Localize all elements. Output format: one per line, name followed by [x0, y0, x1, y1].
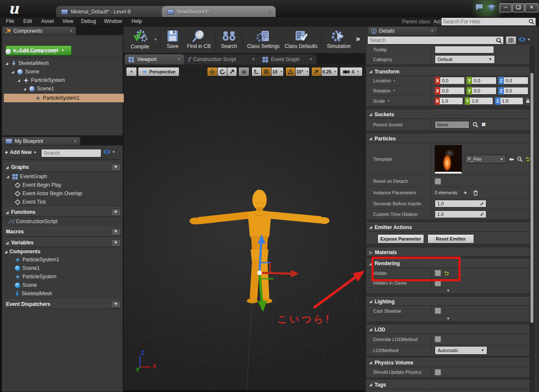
var-particlesystem1[interactable]: ParticleSystem1	[15, 255, 117, 264]
help-search-input[interactable]	[441, 19, 528, 25]
var-scene[interactable]: Scene	[15, 281, 117, 289]
scale-z-field[interactable]: 1.0	[500, 97, 524, 105]
clear-socket-icon[interactable]: ✖	[481, 121, 486, 128]
blueprint-tab[interactable]: NewBlueprint* ×	[162, 6, 276, 17]
tab-viewport[interactable]: Viewport ×	[125, 54, 184, 64]
variables-components-group[interactable]: ◢Components	[5, 247, 117, 256]
details-grid-view-button[interactable]	[505, 36, 517, 45]
my-blueprint-panel-tab[interactable]: My Blueprint ×	[2, 137, 81, 146]
tree-item-eventgraph[interactable]: ◢ EventGraph	[6, 172, 117, 181]
grid-snap-axis-button[interactable]	[251, 67, 262, 76]
class-settings-button[interactable]: Class Settings	[246, 27, 281, 52]
search-button[interactable]: Search	[218, 27, 240, 52]
save-button[interactable]: Save	[162, 27, 183, 52]
viewport-options-button[interactable]: ▼	[126, 67, 137, 76]
scale-tool-button[interactable]	[227, 67, 237, 76]
tooltip-field[interactable]	[435, 46, 494, 53]
var-scene1[interactable]: Scene1	[15, 264, 117, 272]
scale-snap-value[interactable]: 0.25▼	[321, 67, 338, 76]
components-panel-tab[interactable]: Components ×	[2, 26, 76, 35]
find-in-cb-button[interactable]: Find in CB	[184, 27, 214, 52]
menu-window[interactable]: Window	[104, 18, 122, 24]
seconds-before-inactive-field[interactable]: 1.0	[435, 200, 486, 207]
details-close-icon[interactable]: ×	[431, 28, 434, 34]
restore-button[interactable]: ❑	[512, 3, 525, 12]
rotation-snap-value[interactable]: 10°▼	[295, 67, 310, 76]
menu-help[interactable]: Help	[131, 18, 142, 24]
tab-event-graph[interactable]: Event Graph ×	[259, 54, 316, 64]
use-selected-arrow-icon[interactable]: ⬅	[509, 156, 514, 162]
camera-speed-button[interactable]: 4▼	[340, 67, 363, 76]
perspective-button[interactable]: Perspective	[138, 67, 179, 76]
tree-item-self[interactable]: NewBlueprint (self)	[6, 47, 120, 56]
help-search[interactable]	[441, 17, 536, 26]
level-tab[interactable]: Minimal_Default* - Level B ×	[56, 6, 168, 17]
my-blueprint-search-input[interactable]	[42, 150, 112, 156]
tree-item-scene[interactable]: ◢ Scene	[11, 67, 120, 76]
compile-button[interactable]: Compile	[127, 27, 153, 52]
functions-section-header[interactable]: ◢Functions +	[3, 207, 122, 217]
tree-item-scene1[interactable]: ◢ Scene1	[23, 84, 120, 93]
rotation-snap-toggle[interactable]	[285, 67, 296, 76]
add-graph-button[interactable]: +	[111, 164, 120, 171]
details-search[interactable]	[367, 36, 504, 45]
add-event-dispatcher-button[interactable]: +	[111, 301, 120, 308]
simulation-button[interactable]: Simulation	[324, 27, 353, 52]
tags-section-header[interactable]: ◢Tags	[366, 380, 530, 389]
tab-construction-script[interactable]: f Construction Script ×	[184, 54, 259, 64]
custom-time-dilation-field[interactable]: 1.0	[435, 210, 486, 218]
parent-socket-field[interactable]: None	[435, 121, 469, 129]
cast-shadow-checkbox[interactable]	[435, 308, 441, 314]
scale-y-field[interactable]: 1.0	[470, 97, 493, 105]
add-variable-button[interactable]: +	[111, 239, 120, 246]
viewport-tab-close-icon[interactable]: ×	[177, 56, 180, 62]
lighting-section-header[interactable]: ◢Lighting	[366, 297, 530, 306]
location-z-field[interactable]: 0.0	[504, 77, 528, 84]
grid-snap-toggle[interactable]	[261, 67, 271, 76]
viewport-canvas[interactable]: Z X Y こいつら! ▼ Perspective 10▼	[124, 64, 365, 389]
components-panel-close-icon[interactable]: ×	[70, 28, 73, 34]
lighting-expand-more[interactable]: ▼	[366, 316, 530, 322]
visibility-filter-button[interactable]: ▼	[103, 149, 115, 155]
menu-debug[interactable]: Debug	[81, 18, 96, 24]
location-y-field[interactable]: 0.0	[472, 77, 497, 84]
lod-section-header[interactable]: ◢LOD	[366, 325, 530, 334]
physics-volume-section-header[interactable]: ◢Physics Volume	[366, 358, 530, 367]
scale-snap-toggle[interactable]	[311, 67, 321, 76]
rotation-x-field[interactable]: 0.0	[440, 87, 465, 95]
menu-asset[interactable]: Asset	[41, 18, 54, 24]
macros-section-header[interactable]: Macros +	[3, 227, 122, 236]
particle-template-thumbnail[interactable]	[435, 145, 462, 174]
details-panel-tab[interactable]: Details ×	[367, 26, 438, 35]
emitter-actions-section-header[interactable]: ◢Emitter Actions	[366, 223, 530, 232]
tree-item-event-tick[interactable]: Event Tick	[15, 198, 117, 206]
variables-section-header[interactable]: ◢Variables +	[3, 238, 122, 247]
compile-options-caret[interactable]: ▼	[154, 38, 157, 42]
tree-item-skeletalmesh[interactable]: ◢ SkeletalMesh	[6, 59, 120, 67]
my-blueprint-search[interactable]	[41, 149, 101, 157]
details-scrollbar-thumb[interactable]	[531, 73, 533, 323]
add-element-icon[interactable]: ＋	[463, 189, 468, 196]
close-button[interactable]: ×	[525, 3, 538, 12]
rendering-expand-more[interactable]: ▼	[366, 288, 530, 294]
browse-asset-icon[interactable]	[517, 156, 522, 162]
details-search-input[interactable]	[368, 37, 496, 43]
add-function-button[interactable]: +	[111, 209, 120, 216]
trash-icon[interactable]	[473, 190, 478, 196]
tutorials-icon[interactable]	[487, 3, 496, 11]
rotation-z-field[interactable]: 0.0	[504, 87, 528, 95]
add-macro-button[interactable]: +	[111, 228, 120, 235]
tree-item-particlesystem[interactable]: ◢ ParticleSystem	[17, 76, 120, 84]
tree-item-event-begin-play[interactable]: Event Begin Play	[15, 181, 117, 189]
should-update-physics-checkbox[interactable]	[435, 369, 441, 375]
expose-parameter-button[interactable]: Expose Parameter	[377, 234, 424, 244]
class-defaults-button[interactable]: Class Defaults	[283, 27, 319, 52]
lodmethod-dropdown[interactable]: Automatic▼	[435, 346, 487, 355]
my-blueprint-close-icon[interactable]: ×	[74, 138, 77, 144]
graphs-section-header[interactable]: ◢Graphs +	[3, 162, 122, 172]
rotation-y-field[interactable]: 0.0	[472, 87, 497, 95]
particles-section-header[interactable]: ◢Particles	[366, 134, 530, 143]
minimize-button[interactable]: –	[500, 3, 512, 12]
reset-emitter-button[interactable]: Reset Emitter	[427, 234, 474, 244]
var-skeletalmesh[interactable]: SkeletalMesh	[15, 289, 117, 298]
